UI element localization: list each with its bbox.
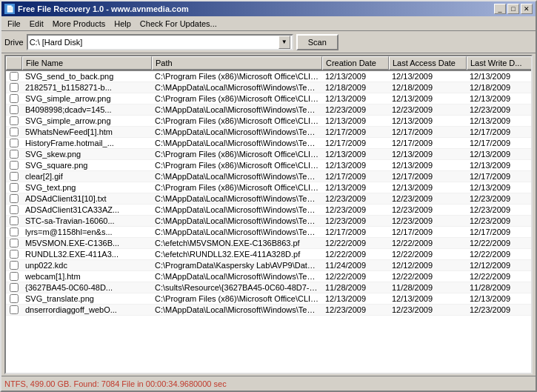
header-accessed[interactable]: Last Access Date xyxy=(389,56,467,70)
row-checkbox[interactable] xyxy=(6,305,22,314)
table-row[interactable]: unp022.kdc C:\ProgramData\Kaspersky Lab\… xyxy=(6,260,531,271)
scan-button[interactable]: Scan xyxy=(296,34,338,50)
menu-edit[interactable]: Edit xyxy=(25,18,48,30)
row-accessed: 12/13/2009 xyxy=(389,116,467,126)
menu-more-products[interactable]: More Products xyxy=(48,18,110,30)
file-list-body[interactable]: SVG_send_to_back.png C:\Program Files (x… xyxy=(6,71,531,373)
row-checkbox[interactable] xyxy=(6,216,22,225)
row-written: 12/13/2009 xyxy=(467,116,531,126)
row-checkbox[interactable] xyxy=(6,105,22,114)
row-checkbox[interactable] xyxy=(6,127,22,136)
row-checkbox[interactable] xyxy=(6,183,22,192)
row-checkbox[interactable] xyxy=(6,194,22,203)
row-created: 12/13/2009 xyxy=(322,160,389,170)
table-row[interactable]: HistoryFrame.hotmail_... C:\MAppData\Loc… xyxy=(6,138,531,149)
table-row[interactable]: SVG_translate.png C:\Program Files (x86)… xyxy=(6,293,531,305)
drive-dropdown-arrow[interactable]: ▼ xyxy=(278,36,290,49)
header-written[interactable]: Last Write D... xyxy=(467,56,533,70)
row-accessed: 12/17/2009 xyxy=(389,127,467,137)
row-created: 12/22/2009 xyxy=(322,249,389,259)
table-row[interactable]: 2182571_b1158271-b... C:\MAppData\Local\… xyxy=(6,82,531,93)
row-checkbox[interactable] xyxy=(6,72,22,81)
table-row[interactable]: lyrs=m@1158hl=en&s... C:\MAppData\Local\… xyxy=(6,227,531,238)
row-checkbox[interactable] xyxy=(6,227,22,236)
row-filename: SVG_send_to_back.png xyxy=(22,71,152,82)
row-written: 12/13/2009 xyxy=(467,293,531,304)
table-row[interactable]: SVG_skew.png C:\Program Files (x86)\Micr… xyxy=(6,149,531,160)
title-bar-left: 📄 Free File Recovery 1.0 - www.avnmedia.… xyxy=(4,4,189,14)
row-created: 12/23/2009 xyxy=(322,305,389,315)
row-accessed: 12/13/2009 xyxy=(389,149,467,159)
table-row[interactable]: SVG_simple_arrow.png C:\Program Files (x… xyxy=(6,116,531,127)
row-path: C:\MAppData\Local\Microsoft\Windows\Temp… xyxy=(152,227,322,237)
row-filename: M5VSMON.EXE-C136B... xyxy=(22,238,152,248)
row-filename: clear[2].gif xyxy=(22,171,152,182)
row-checkbox[interactable] xyxy=(6,83,22,92)
table-row[interactable]: SVG_text.png C:\Program Files (x86)\Micr… xyxy=(6,182,531,193)
header-checkbox xyxy=(6,56,22,70)
row-path: C:\MAppData\Local\Microsoft\Windows\Temp… xyxy=(152,138,322,148)
row-path: C:\Program Files (x86)\Microsoft Office\… xyxy=(152,93,322,104)
row-accessed: 12/23/2009 xyxy=(389,193,467,204)
header-creation[interactable]: Creation Date xyxy=(322,56,389,70)
row-written: 12/13/2009 xyxy=(467,93,531,104)
row-written: 12/17/2009 xyxy=(467,227,531,237)
table-row[interactable]: ADSAdClient31[10].txt C:\MAppData\Local\… xyxy=(6,193,531,205)
table-row[interactable]: webcam[1].htm C:\MAppData\Local\Microsof… xyxy=(6,271,531,282)
table-row[interactable]: {3627BA45-0C60-48D... C:\sults\Resource\… xyxy=(6,282,531,293)
table-row[interactable]: M5VSMON.EXE-C136B... C:\efetch\M5VSMON.E… xyxy=(6,238,531,249)
toolbar: Drive C:\ [Hard Disk] ▼ Scan xyxy=(1,31,536,53)
row-checkbox[interactable] xyxy=(6,261,22,270)
row-path: C:\efetch\M5VSMON.EXE-C136B863.pf xyxy=(152,238,322,248)
row-checkbox[interactable] xyxy=(6,161,22,170)
row-checkbox[interactable] xyxy=(6,250,22,259)
header-filename[interactable]: File Name xyxy=(22,56,152,70)
row-path: C:\ProgramData\Kaspersky Lab\AVP9\Data\U… xyxy=(152,260,322,270)
header-path[interactable]: Path xyxy=(152,56,322,70)
menu-help[interactable]: Help xyxy=(110,18,136,30)
row-filename: SVG_simple_arrow.png xyxy=(22,93,152,104)
close-button[interactable]: ✕ xyxy=(521,4,533,14)
row-created: 12/23/2009 xyxy=(322,193,389,204)
table-row[interactable]: SVG_send_to_back.png C:\Program Files (x… xyxy=(6,71,531,82)
row-path: C:\efetch\RUNDLL32.EXE-411A328D.pf xyxy=(152,249,322,259)
row-checkbox[interactable] xyxy=(6,94,22,103)
maximize-button[interactable]: □ xyxy=(507,4,519,14)
row-path: C:\sults\Resource\{3627BA45-0C60-48D7-8F… xyxy=(152,282,322,293)
table-row[interactable]: clear[2].gif C:\MAppData\Local\Microsoft… xyxy=(6,171,531,182)
table-row[interactable]: STC-sa-Travian-16060... C:\MAppData\Loca… xyxy=(6,216,531,227)
row-filename: ADSAdClient31[10].txt xyxy=(22,193,152,204)
table-row[interactable]: RUNDLL32.EXE-411A3... C:\efetch\RUNDLL32… xyxy=(6,249,531,260)
table-row[interactable]: SVG_square.png C:\Program Files (x86)\Mi… xyxy=(6,160,531,171)
table-row[interactable]: 5WhatsNewFeed[1].htm C:\MAppData\Local\M… xyxy=(6,127,531,138)
row-accessed: 12/22/2009 xyxy=(389,238,467,248)
row-written: 12/17/2009 xyxy=(467,171,531,182)
row-created: 12/22/2009 xyxy=(322,238,389,248)
row-path: C:\Program Files (x86)\Microsoft Office\… xyxy=(152,149,322,159)
status-bar: NTFS, 499.00 GB. Found: 7084 File in 00:… xyxy=(1,376,536,391)
row-accessed: 12/13/2009 xyxy=(389,93,467,104)
row-checkbox[interactable] xyxy=(6,139,22,147)
row-filename: {3627BA45-0C60-48D... xyxy=(22,282,152,293)
table-row[interactable]: SVG_simple_arrow.png C:\Program Files (x… xyxy=(6,93,531,104)
table-row[interactable]: dnserrordiaggoff_webO... C:\MAppData\Loc… xyxy=(6,305,531,316)
row-path: C:\MAppData\Local\Microsoft\Windows\Temp… xyxy=(152,171,322,182)
row-checkbox[interactable] xyxy=(6,172,22,181)
row-checkbox[interactable] xyxy=(6,272,22,281)
row-checkbox[interactable] xyxy=(6,294,22,303)
row-checkbox[interactable] xyxy=(6,116,22,125)
row-checkbox[interactable] xyxy=(6,205,22,214)
drive-combobox[interactable]: C:\ [Hard Disk] ▼ xyxy=(27,34,293,50)
row-checkbox[interactable] xyxy=(6,150,22,159)
row-checkbox[interactable] xyxy=(6,239,22,248)
row-checkbox[interactable] xyxy=(6,283,22,292)
row-written: 12/23/2009 xyxy=(467,216,531,226)
table-row[interactable]: ADSAdClient31CA33AZ... C:\MAppData\Local… xyxy=(6,205,531,216)
row-filename: 2182571_b1158271-b... xyxy=(22,82,152,93)
row-path: C:\Program Files (x86)\Microsoft Office\… xyxy=(152,71,322,82)
minimize-button[interactable]: _ xyxy=(494,4,506,14)
menu-check-updates[interactable]: Check For Updates... xyxy=(136,18,221,30)
menu-file[interactable]: File xyxy=(3,18,25,30)
row-accessed: 12/17/2009 xyxy=(389,227,467,237)
table-row[interactable]: B4098998;dcadv=145... C:\MAppData\Local\… xyxy=(6,104,531,116)
